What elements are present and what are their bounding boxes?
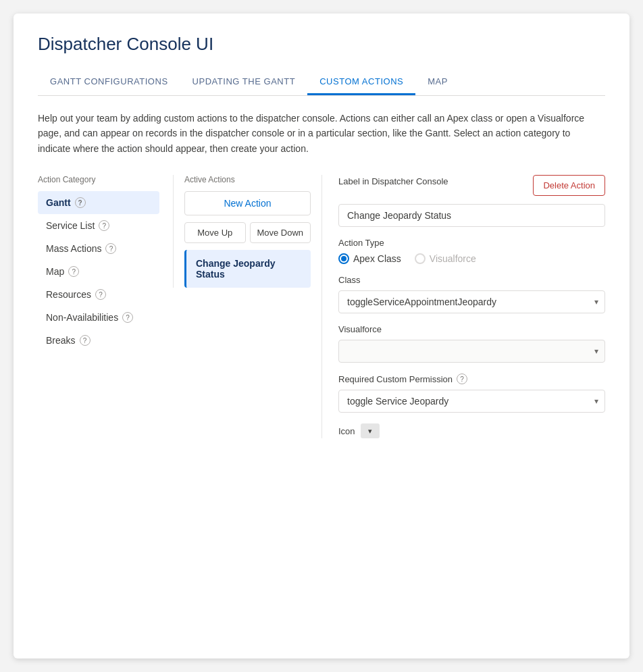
visualforce-label: Visualforce bbox=[338, 324, 605, 334]
action-type-radio-group: Apex Class Visualforce bbox=[338, 253, 605, 264]
map-help-icon[interactable]: ? bbox=[68, 266, 79, 277]
action-category-column: Action Category Gantt ? Service List ? M… bbox=[38, 175, 173, 352]
tab-map[interactable]: MAP bbox=[415, 70, 460, 95]
delete-action-button[interactable]: Delete Action bbox=[533, 175, 605, 196]
service-list-help-icon[interactable]: ? bbox=[99, 220, 109, 231]
radio-apex-class[interactable]: Apex Class bbox=[338, 253, 401, 264]
mass-actions-help-icon[interactable]: ? bbox=[105, 243, 116, 254]
radio-apex-circle[interactable] bbox=[338, 253, 349, 264]
category-item-non-availabilities-label: Non-Availabilities bbox=[46, 312, 118, 323]
category-item-map[interactable]: Map ? bbox=[38, 260, 159, 283]
permission-select[interactable]: toggle Service Jeopardy bbox=[338, 390, 605, 413]
category-item-resources[interactable]: Resources ? bbox=[38, 283, 159, 306]
radio-visualforce[interactable]: Visualforce bbox=[415, 253, 476, 264]
page-title: Dispatcher Console UI bbox=[38, 34, 605, 55]
tab-gantt-configurations[interactable]: GANTT CONFIGURATIONS bbox=[38, 70, 180, 95]
label-in-console-input[interactable] bbox=[338, 204, 605, 227]
active-actions-column: Active Actions New Action Move Up Move D… bbox=[173, 175, 322, 288]
permission-help-icon[interactable]: ? bbox=[457, 373, 467, 384]
action-category-label: Action Category bbox=[38, 175, 159, 184]
details-column: Label in Dispatcher Console Delete Actio… bbox=[322, 175, 605, 438]
radio-visualforce-circle[interactable] bbox=[415, 253, 426, 264]
permission-label: Required Custom Permission bbox=[338, 374, 453, 384]
category-item-mass-actions[interactable]: Mass Actions ? bbox=[38, 237, 159, 260]
category-item-service-list-label: Service List bbox=[46, 220, 95, 231]
category-item-breaks[interactable]: Breaks ? bbox=[38, 329, 159, 352]
category-item-service-list[interactable]: Service List ? bbox=[38, 214, 159, 237]
class-select-wrapper: toggleServiceAppointmentJeopardy ▾ bbox=[338, 290, 605, 313]
move-down-button[interactable]: Move Down bbox=[250, 222, 311, 243]
tab-bar: GANTT CONFIGURATIONS UPDATING THE GANTT … bbox=[38, 70, 605, 96]
breaks-help-icon[interactable]: ? bbox=[80, 335, 91, 346]
category-item-mass-actions-label: Mass Actions bbox=[46, 243, 101, 254]
category-item-map-label: Map bbox=[46, 266, 64, 277]
radio-visualforce-label: Visualforce bbox=[430, 253, 476, 264]
class-label: Class bbox=[338, 275, 605, 285]
new-action-button[interactable]: New Action bbox=[184, 191, 311, 215]
main-card: Dispatcher Console UI GANTT CONFIGURATIO… bbox=[14, 14, 629, 658]
class-select[interactable]: toggleServiceAppointmentJeopardy bbox=[338, 290, 605, 313]
permission-select-wrapper: toggle Service Jeopardy ▾ bbox=[338, 390, 605, 413]
non-availabilities-help-icon[interactable]: ? bbox=[122, 312, 133, 323]
category-item-breaks-label: Breaks bbox=[46, 335, 76, 346]
visualforce-select-wrapper: ▾ bbox=[338, 340, 605, 363]
tab-updating-gantt[interactable]: UPDATING THE GANTT bbox=[180, 70, 308, 95]
icon-selector-arrow: ▾ bbox=[368, 427, 372, 436]
icon-label: Icon bbox=[338, 426, 355, 436]
label-in-console-text: Label in Dispatcher Console bbox=[338, 175, 448, 188]
permission-label-row: Required Custom Permission ? bbox=[338, 373, 605, 384]
resources-help-icon[interactable]: ? bbox=[95, 289, 106, 300]
move-up-button[interactable]: Move Up bbox=[184, 222, 246, 243]
active-actions-label: Active Actions bbox=[184, 175, 311, 184]
radio-apex-label: Apex Class bbox=[353, 253, 401, 264]
gantt-help-icon[interactable]: ? bbox=[75, 197, 86, 208]
action-item-change-jeopardy[interactable]: Change Jeopardy Status bbox=[184, 250, 311, 288]
visualforce-select[interactable] bbox=[338, 340, 605, 363]
icon-row: Icon ▾ bbox=[338, 423, 605, 438]
move-buttons-row: Move Up Move Down bbox=[184, 222, 311, 243]
tab-custom-actions[interactable]: CUSTOM ACTIONS bbox=[307, 70, 415, 95]
category-item-non-availabilities[interactable]: Non-Availabilities ? bbox=[38, 306, 159, 329]
category-item-gantt-label: Gantt bbox=[46, 197, 71, 208]
category-item-resources-label: Resources bbox=[46, 289, 91, 300]
main-layout: Action Category Gantt ? Service List ? M… bbox=[38, 175, 605, 438]
action-type-label: Action Type bbox=[338, 238, 605, 248]
details-header: Label in Dispatcher Console Delete Actio… bbox=[338, 175, 605, 196]
category-item-gantt[interactable]: Gantt ? bbox=[38, 191, 159, 214]
icon-selector-button[interactable]: ▾ bbox=[361, 423, 380, 438]
description-text: Help out your team by adding custom acti… bbox=[38, 111, 592, 156]
